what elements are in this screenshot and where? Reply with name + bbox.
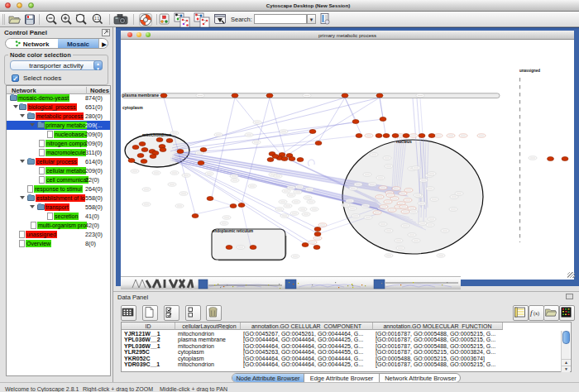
svg-text:cytoplasm: cytoplasm	[122, 105, 143, 110]
svg-text:unassigned: unassigned	[519, 69, 540, 73]
svg-text:(x): (x)	[534, 311, 539, 317]
svg-text:1:1: 1:1	[94, 17, 100, 21]
svg-text:mitochondrion: mitochondrion	[142, 132, 171, 137]
svg-text:endoplasmic reticulum: endoplasmic reticulum	[213, 229, 253, 233]
svg-text:nucleus: nucleus	[396, 139, 412, 144]
svg-text:plasma membrane: plasma membrane	[122, 93, 159, 98]
